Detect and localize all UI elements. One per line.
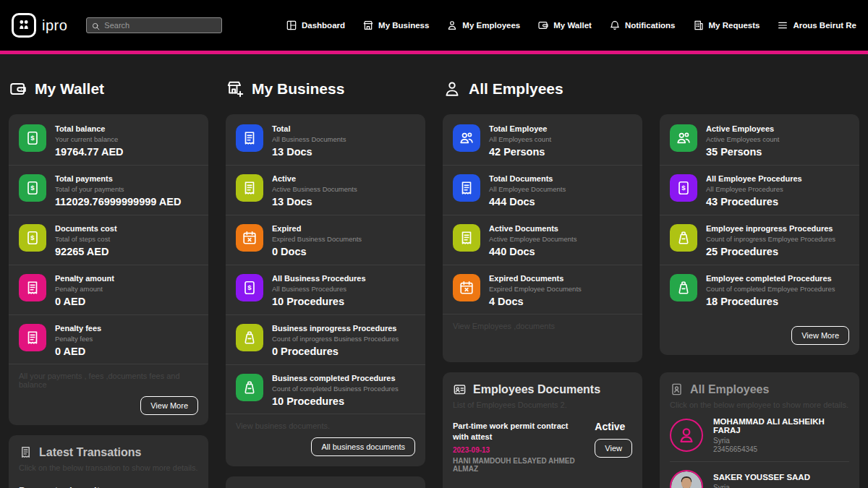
nav-item-dashboard[interactable]: Dashboard <box>286 20 345 31</box>
stat-text: Active Documents Active Employee Documen… <box>489 224 576 257</box>
stat-title: Expired <box>272 224 362 233</box>
stat-value: 444 Docs <box>489 196 566 207</box>
receipt-icon <box>19 324 46 351</box>
document-actions: Active View <box>595 421 632 473</box>
stat-subtitle: Active Employee Documents <box>489 235 576 243</box>
employees-view-more-button[interactable]: View More <box>791 326 849 345</box>
dashboard-icon <box>286 20 297 31</box>
all-employees-heading: All Emplyees <box>443 80 859 98</box>
nav-item-my-business[interactable]: My Business <box>362 20 429 31</box>
employees-right-panel: Active Employees Active Employees count … <box>660 114 859 355</box>
stat-subtitle: All Employees count <box>489 135 551 143</box>
latest-transactions-heading: Latest Transations <box>19 445 198 459</box>
stat-text: All Employee Procedures All Employee Pro… <box>706 174 802 207</box>
search-box[interactable] <box>86 17 222 33</box>
stat-subtitle: All Business Documents <box>272 135 346 143</box>
stat-text: Total Documents All Employee Documents 4… <box>489 174 566 207</box>
doc-dollar-icon: $ <box>236 274 263 301</box>
all-employees-list-panel: All Employees Click on the below employe… <box>660 372 859 488</box>
stat-business-active: Active Active Business Documents 13 Docs <box>226 165 425 215</box>
stat-value: 35 Persons <box>706 146 779 158</box>
wallet-panel: $ Total balance Your current balance 197… <box>9 114 208 425</box>
stat-title: Employee inprogress Procedures <box>706 224 835 233</box>
receipt-icon <box>453 224 480 252</box>
document-person: HANI MAMDOUH ELSAYED AHMED ALMAZ <box>453 457 584 473</box>
stat-title: Total <box>272 124 346 133</box>
stat-value: 92265 AED <box>55 246 117 257</box>
nav-item-notifications[interactable]: Notifications <box>609 20 676 31</box>
stat-text: Business completed Procedures Count of c… <box>272 374 399 407</box>
stat-title: Total Employee <box>489 124 551 133</box>
employees-left-panel: Total Employee All Employees count 42 Pe… <box>443 114 642 362</box>
transaction-row[interactable]: Payment : deposit 2022-10-04 45438.15 AE… <box>19 485 198 488</box>
stat-title: Documents cost <box>55 224 117 233</box>
nav-item-account-menu[interactable]: Arous Beirut Re <box>777 20 856 31</box>
all-business-documents-button[interactable]: All business documents <box>311 437 415 456</box>
stat-employee-completed: Employee completed Procedures Count of c… <box>660 265 859 314</box>
nav-item-my-wallet[interactable]: My Wallet <box>537 20 592 31</box>
person-icon <box>446 20 458 31</box>
stat-business-completed: Business completed Procedures Count of c… <box>226 364 425 414</box>
calendar-x-icon <box>236 224 263 252</box>
section-title: Latest Transations <box>39 446 141 459</box>
document-status-badge: Active <box>595 421 625 432</box>
stat-text: Total Employee All Employees count 42 Pe… <box>489 124 551 158</box>
stat-business-procedures: $ All Business Procedures All Business P… <box>226 265 425 314</box>
stat-subtitle: Your current balance <box>55 135 124 143</box>
employee-country: Syria <box>713 437 849 445</box>
employee-document-row[interactable]: Part-time work permit contract with atte… <box>453 421 632 488</box>
stat-text: Penalty amount Penalty amount 0 AED <box>55 274 114 307</box>
section-title: My Business <box>252 80 344 98</box>
search-input[interactable] <box>104 21 217 30</box>
document-view-button[interactable]: View <box>595 439 632 458</box>
doc-dollar-icon: $ <box>19 174 46 202</box>
stat-title: Active <box>272 174 357 183</box>
nav-label: Arous Beirut Re <box>793 21 856 30</box>
wallet-footer-note: All your payments , fees ,documents fees… <box>9 364 208 389</box>
nav-label: My Employees <box>462 21 520 30</box>
stat-title: All Business Procedures <box>272 274 366 283</box>
employee-info: MOHAMMAD ALI ALSHEIKH FARAJ Syria 234566… <box>713 417 849 453</box>
search-icon <box>91 21 101 30</box>
stat-title: Active Documents <box>489 224 576 233</box>
stat-subtitle: Expired Employee Documents <box>489 285 582 293</box>
people-icon <box>670 124 697 152</box>
svg-text:$: $ <box>30 184 35 192</box>
stat-title: Employee completed Procedures <box>706 274 835 283</box>
stat-subtitle: Active Employees count <box>706 135 779 143</box>
stat-active-documents: Active Documents Active Employee Documen… <box>443 215 642 265</box>
stat-subtitle: Total of your payments <box>55 185 181 193</box>
nav-item-my-requests[interactable]: My Requests <box>693 20 760 31</box>
stat-subtitle: Count of inprogress Business Procedures <box>272 335 399 343</box>
stat-subtitle: Penalty fees <box>55 335 101 343</box>
stat-text: All Business Procedures All Business Pro… <box>272 274 366 307</box>
stat-title: Total Documents <box>489 174 566 183</box>
wallet-button-row: View More <box>9 389 208 425</box>
stat-title: All Employee Procedures <box>706 174 802 183</box>
stat-documents-cost: $ Documents cost Total of steps cost 922… <box>9 215 208 265</box>
doc-dollar-icon: $ <box>670 174 697 202</box>
all-employees-column: All Emplyees Total Employee All Employee… <box>443 69 859 488</box>
receipt-icon <box>453 174 480 202</box>
doc-dollar-icon: $ <box>19 224 46 252</box>
business-documents-panel: Business Documents List of Business Docu… <box>226 476 425 488</box>
stat-penalty-amount: Penalty amount Penalty amount 0 AED <box>9 265 208 314</box>
transaction-right: 45438.15 AED Ref: 2022-de-90 <box>127 485 198 488</box>
calendar-x-icon <box>453 274 480 301</box>
wallet-view-more-button[interactable]: View More <box>140 396 198 415</box>
stat-value: 13 Docs <box>272 146 346 158</box>
stat-subtitle: All Employee Documents <box>489 185 566 193</box>
section-title: Employees Documents <box>473 383 600 396</box>
stat-title: Business completed Procedures <box>272 374 399 382</box>
logo[interactable]: ipro <box>12 13 67 38</box>
nav-item-my-employees[interactable]: My Employees <box>446 20 520 31</box>
employee-row[interactable]: MOHAMMAD ALI ALSHEIKH FARAJ Syria 234566… <box>670 409 849 461</box>
stat-employee-procedures: $ All Employee Procedures All Employee P… <box>660 165 859 215</box>
document-title: Part-time work permit contract with atte… <box>453 421 577 442</box>
employee-name: SAKER YOUSSEF SAAD <box>713 473 810 481</box>
nav-label: My Requests <box>709 21 760 30</box>
stat-subtitle: Active Business Documents <box>272 185 357 193</box>
stat-value: 0 Docs <box>272 246 362 257</box>
employees-button-row: View More <box>660 314 859 355</box>
employee-row[interactable]: SAKER YOUSSEF SAAD Syria 23456711090 <box>670 461 849 488</box>
